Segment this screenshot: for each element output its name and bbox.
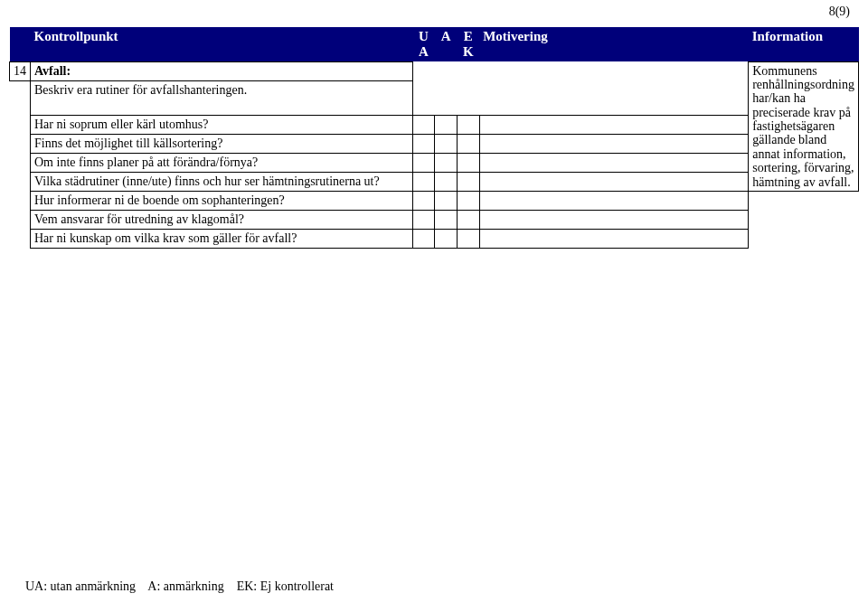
table-row: Om inte finns planer på att förändra/för… bbox=[10, 154, 859, 173]
table-row: Har ni soprum eller kärl utomhus? bbox=[10, 116, 859, 135]
hdr-ek: E K bbox=[457, 27, 479, 61]
question-text: Om inte finns planer på att förändra/för… bbox=[31, 154, 413, 173]
table-row-empty bbox=[10, 249, 859, 285]
question-text: Har ni soprum eller kärl utomhus? bbox=[31, 116, 413, 135]
question-text: Beskriv era rutiner för avfallshantering… bbox=[31, 80, 413, 116]
inspection-table: Kontrollpunkt U A A E K Motivering Infor… bbox=[9, 27, 859, 285]
header-row: Kontrollpunkt U A A E K Motivering Infor… bbox=[10, 27, 859, 61]
table-row: Hur informerar ni de boende om sophanter… bbox=[10, 192, 859, 211]
hdr-kontrollpunkt: Kontrollpunkt bbox=[31, 27, 413, 61]
hdr-ua-sub: A bbox=[419, 44, 429, 59]
hdr-motivering: Motivering bbox=[479, 27, 749, 61]
hdr-ua: U A bbox=[412, 27, 435, 61]
question-text: Har ni kunskap om vilka krav som gäller … bbox=[31, 230, 413, 249]
section-row: 14 Avfall: Kommunens renhållningsordning… bbox=[10, 61, 859, 80]
hdr-ek-sub: K bbox=[463, 44, 474, 59]
table-row: Finns det möjlighet till källsortering? bbox=[10, 135, 859, 154]
legend-ek: EK: Ej kontrollerat bbox=[237, 579, 334, 593]
section-num: 14 bbox=[10, 61, 31, 80]
table-row: Vilka städrutiner (inne/ute) finns och h… bbox=[10, 173, 859, 192]
hdr-a-top: A bbox=[441, 29, 451, 43]
question-text: Vem ansvarar för utredning av klagomål? bbox=[31, 211, 413, 230]
hdr-a: A bbox=[435, 27, 458, 61]
info-text: Kommunens renhållningsordning har/kan ha… bbox=[749, 61, 859, 192]
question-text: Vilka städrutiner (inne/ute) finns och h… bbox=[31, 173, 413, 192]
question-text: Hur informerar ni de boende om sophanter… bbox=[31, 192, 413, 211]
legend-ua: UA: utan anmärkning bbox=[25, 579, 136, 593]
footer-legend: UA: utan anmärkning A: anmärkning EK: Ej… bbox=[25, 579, 334, 594]
question-text: Finns det möjlighet till källsortering? bbox=[31, 135, 413, 154]
section-title: Avfall: bbox=[31, 61, 413, 80]
page-number: 8(9) bbox=[829, 5, 850, 19]
legend-a: A: anmärkning bbox=[147, 579, 223, 593]
hdr-information: Information bbox=[749, 27, 859, 61]
table-row: Har ni kunskap om vilka krav som gäller … bbox=[10, 230, 859, 249]
hdr-ua-top: U bbox=[419, 29, 429, 43]
table-row: Vem ansvarar för utredning av klagomål? bbox=[10, 211, 859, 230]
hdr-ek-top: E bbox=[464, 29, 473, 43]
